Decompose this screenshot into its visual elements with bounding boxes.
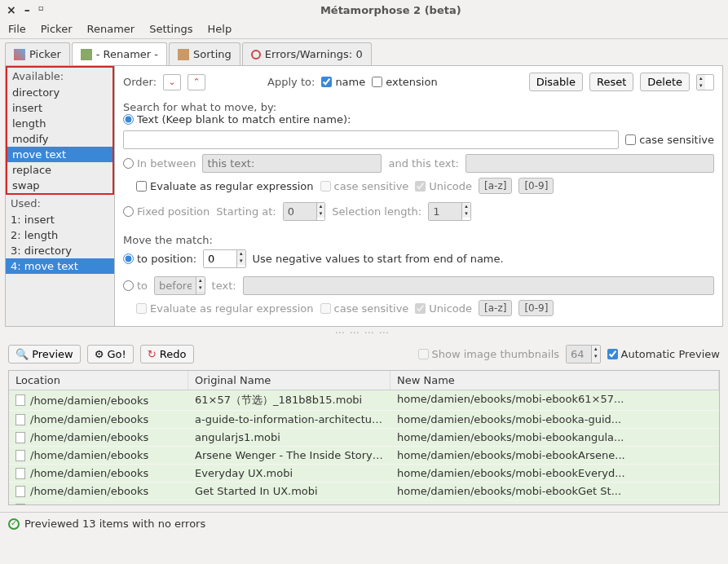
case-sensitive-checkbox[interactable]: case sensitive bbox=[625, 134, 714, 146]
go-button[interactable]: ⚙ Go! bbox=[87, 345, 134, 364]
used-item[interactable]: 1: insert bbox=[6, 212, 114, 227]
file-icon bbox=[15, 468, 25, 479]
inbetween-radio[interactable]: In between bbox=[123, 157, 196, 170]
search-text-radio[interactable]: Text (Keep blank to match entire name): bbox=[123, 113, 351, 126]
close-icon[interactable]: × bbox=[7, 3, 16, 16]
available-item[interactable]: replace bbox=[7, 162, 113, 178]
az-button[interactable]: [a-z] bbox=[479, 178, 512, 194]
menu-help[interactable]: Help bbox=[208, 23, 232, 35]
table-row[interactable]: /home/damien/ebooksArsene Wenger - The I… bbox=[9, 447, 719, 465]
starting-at-label: Starting at: bbox=[216, 205, 276, 218]
position-hint: Use negative values to start from end of… bbox=[253, 253, 504, 265]
fixed-position-radio[interactable]: Fixed position bbox=[123, 205, 210, 218]
apply-extension-checkbox[interactable]: extension bbox=[372, 76, 437, 88]
inbetween-end-input[interactable] bbox=[465, 154, 714, 173]
eval-regex-2-checkbox[interactable]: Evaluate as regular expression bbox=[136, 302, 314, 315]
header-newname[interactable]: New Name bbox=[390, 371, 719, 390]
results-table: Location Original Name New Name /home/da… bbox=[8, 370, 720, 505]
redo-icon: ↻ bbox=[148, 348, 157, 360]
split-handle[interactable]: ⋯⋯⋯⋯ bbox=[0, 327, 728, 338]
apply-to-label: Apply to: bbox=[267, 76, 315, 88]
case-sensitive-3-checkbox[interactable]: case sensitive bbox=[320, 302, 409, 315]
menu-file[interactable]: File bbox=[8, 23, 26, 35]
available-item[interactable]: insert bbox=[7, 100, 113, 116]
order-label: Order: bbox=[123, 76, 157, 88]
preview-toolbar: 🔍 Preview ⚙ Go! ↻ Redo Show image thumbn… bbox=[0, 338, 728, 370]
minimize-icon[interactable]: – bbox=[24, 3, 30, 16]
selection-length-spinner[interactable]: ▴▾ bbox=[428, 202, 471, 221]
move-down-button[interactable]: ⌄ bbox=[163, 74, 181, 90]
tab-bar: Picker - Renamer - Sorting Errors/Warnin… bbox=[0, 39, 728, 65]
available-operations-box: Available: directoryinsertlengthmodifymo… bbox=[6, 66, 114, 195]
az-2-button[interactable]: [a-z] bbox=[479, 300, 512, 316]
eval-regex-checkbox[interactable]: Evaluate as regular expression bbox=[136, 180, 314, 192]
status-text: Previewed 13 items with no errors bbox=[24, 518, 205, 530]
window-title: Métamorphose 2 (beta) bbox=[60, 4, 721, 16]
apply-name-checkbox[interactable]: name bbox=[321, 76, 365, 88]
unicode-checkbox[interactable]: Unicode bbox=[415, 180, 472, 192]
position-spinner[interactable]: ▴▾ bbox=[203, 249, 246, 268]
file-icon bbox=[15, 394, 25, 406]
table-row[interactable]: /home/damien/ebooksGet Started In UX.mob… bbox=[9, 482, 719, 500]
available-item[interactable]: move text bbox=[7, 147, 113, 162]
move-up-button[interactable]: ⌃ bbox=[188, 74, 205, 90]
available-item[interactable]: swap bbox=[7, 178, 113, 193]
statusbar: Previewed 13 items with no errors bbox=[0, 512, 728, 535]
available-label: Available: bbox=[7, 68, 113, 85]
table-row[interactable]: /home/damien/ebooksa-guide-to-informatio… bbox=[9, 411, 719, 429]
disable-button[interactable]: Disable bbox=[529, 73, 583, 91]
table-header: Location Original Name New Name bbox=[9, 371, 719, 390]
file-icon bbox=[15, 414, 25, 425]
available-item[interactable]: modify bbox=[7, 131, 113, 147]
available-item[interactable]: directory bbox=[7, 85, 113, 100]
starting-at-spinner[interactable]: ▴▾ bbox=[283, 202, 326, 221]
go-icon: ⚙ bbox=[95, 348, 104, 360]
nums-button[interactable]: [0-9] bbox=[518, 178, 554, 194]
table-row[interactable]: /home/damien/ebooks61×57（节选）_181b8b15.mo… bbox=[9, 390, 719, 411]
delete-button[interactable]: Delete bbox=[640, 73, 690, 91]
to-position-radio[interactable]: to position: bbox=[123, 253, 196, 265]
table-row[interactable]: /home/damien/ebooksEveryday UX.mobihome/… bbox=[9, 465, 719, 482]
used-label: Used: bbox=[6, 195, 114, 212]
preview-button[interactable]: 🔍 Preview bbox=[8, 345, 81, 364]
used-item[interactable]: 3: directory bbox=[6, 243, 114, 258]
show-thumbs-checkbox[interactable]: Show image thumbnails bbox=[418, 348, 560, 360]
tab-errors[interactable]: Errors/Warnings: 0 bbox=[242, 42, 372, 65]
to-text-radio[interactable]: to bbox=[123, 280, 148, 292]
table-row[interactable]: /home/damien/ebooksIn The Plex - Stevhen… bbox=[9, 500, 719, 505]
table-row[interactable]: /home/damien/ebooksangularjs1.mobihome/d… bbox=[9, 429, 719, 447]
file-icon bbox=[15, 504, 25, 505]
used-item[interactable]: 2: length bbox=[6, 227, 114, 243]
menu-picker[interactable]: Picker bbox=[41, 23, 73, 35]
nums-2-button[interactable]: [0-9] bbox=[518, 300, 554, 316]
header-location[interactable]: Location bbox=[9, 371, 188, 390]
selection-length-label: Selection length: bbox=[332, 205, 421, 218]
text-label: text: bbox=[212, 280, 236, 292]
reset-button[interactable]: Reset bbox=[589, 73, 633, 91]
to-text-input[interactable] bbox=[243, 276, 714, 295]
case-sensitive-2-checkbox[interactable]: case sensitive bbox=[320, 180, 409, 192]
thumb-size-spinner[interactable]: ▴▾ bbox=[566, 345, 601, 364]
search-text-input[interactable] bbox=[123, 130, 619, 149]
redo-button[interactable]: ↻ Redo bbox=[140, 345, 194, 364]
inbetween-start-input[interactable] bbox=[202, 154, 382, 173]
maximize-icon[interactable]: ▫ bbox=[38, 3, 44, 16]
op-index-spinner[interactable]: ▴▾ bbox=[696, 74, 714, 90]
errors-icon bbox=[251, 50, 261, 59]
before-after-select[interactable]: ▴▾ bbox=[154, 276, 205, 295]
used-item[interactable]: 4: move text bbox=[6, 258, 114, 274]
main-panel: Available: directoryinsertlengthmodifymo… bbox=[5, 65, 723, 327]
menu-renamer[interactable]: Renamer bbox=[87, 23, 135, 35]
tab-sorting[interactable]: Sorting bbox=[169, 42, 240, 65]
search-heading: Search for what to move, by: bbox=[123, 101, 714, 113]
auto-preview-checkbox[interactable]: Automatic Preview bbox=[607, 348, 720, 360]
unicode-2-checkbox[interactable]: Unicode bbox=[415, 302, 472, 315]
tab-picker[interactable]: Picker bbox=[5, 42, 70, 65]
sorting-icon bbox=[178, 49, 189, 60]
header-original[interactable]: Original Name bbox=[188, 371, 390, 390]
renamer-icon bbox=[81, 49, 92, 60]
preview-icon: 🔍 bbox=[15, 348, 29, 360]
menu-settings[interactable]: Settings bbox=[149, 23, 192, 35]
tab-renamer[interactable]: - Renamer - bbox=[72, 42, 167, 65]
available-item[interactable]: length bbox=[7, 116, 113, 131]
